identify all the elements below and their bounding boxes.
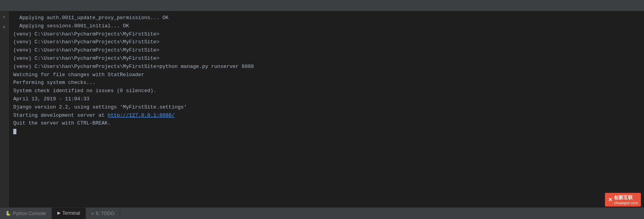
server-url-link[interactable]: http://127.0.0.1:8080/ — [108, 112, 175, 118]
watermark-text: 创新互联 — [614, 194, 638, 201]
terminal-line: Starting development server at http://12… — [13, 112, 639, 120]
todo-label: 6: TODO — [96, 211, 115, 216]
terminal-output: Applying auth.0011_update_proxy_permissi… — [9, 11, 644, 207]
title-bar — [0, 0, 644, 11]
terminal-line: Performing system checks... — [13, 79, 639, 87]
watermark-subtext: chuangxin.com — [614, 201, 638, 205]
terminal-icon: ▶ — [57, 210, 60, 215]
terminal-line: (venv) C:\Users\han\PycharmProjects\MyFi… — [13, 55, 639, 63]
terminal-line: (venv) C:\Users\han\PycharmProjects\MyFi… — [13, 63, 639, 71]
terminal-line: (venv) C:\Users\han\PycharmProjects\MyFi… — [13, 46, 639, 55]
tab-python-console[interactable]: 🐍Python Console — [0, 208, 52, 219]
terminal-line: System check identified no issues (0 sil… — [13, 87, 639, 95]
python-console-label: Python Console — [13, 211, 46, 216]
terminal-line: Django version 2.2, using settings 'MyFi… — [13, 103, 639, 112]
python-console-icon: 🐍 — [5, 211, 11, 216]
terminal-label: Terminal — [62, 210, 80, 216]
terminal-line: Watching for file changes with StatReloa… — [13, 71, 639, 79]
tab-bar: 🐍Python Console▶Terminal≡6: TODO — [0, 207, 644, 219]
terminal-line: April 13, 2019 - 11:04:33 — [13, 95, 639, 103]
main-area: + ✕ Applying auth.0011_update_proxy_perm… — [0, 11, 644, 207]
terminal-line: (venv) C:\Users\han\PycharmProjects\MyFi… — [13, 38, 639, 46]
terminal-line: Applying auth.0011_update_proxy_permissi… — [13, 14, 639, 22]
todo-icon: ≡ — [91, 211, 94, 216]
close-terminal-icon[interactable]: ✕ — [1, 23, 8, 30]
terminal-line: Quit the server with CTRL-BREAK. — [13, 119, 639, 128]
tab-terminal[interactable]: ▶Terminal — [52, 208, 86, 219]
tab-todo[interactable]: ≡6: TODO — [86, 208, 120, 219]
terminal-line — [13, 128, 639, 136]
terminal-line: (venv) C:\Users\han\PycharmProjects\MyFi… — [13, 30, 639, 39]
add-terminal-icon[interactable]: + — [1, 14, 8, 21]
terminal-cursor — [13, 129, 16, 134]
sidebar: + ✕ — [0, 11, 9, 207]
watermark: ✕ 创新互联 chuangxin.com — [605, 193, 641, 207]
watermark-logo: ✕ — [608, 197, 612, 203]
terminal-line: Applying sessions.0001_initial... OK — [13, 22, 639, 30]
watermark-content: 创新互联 chuangxin.com — [614, 194, 638, 205]
